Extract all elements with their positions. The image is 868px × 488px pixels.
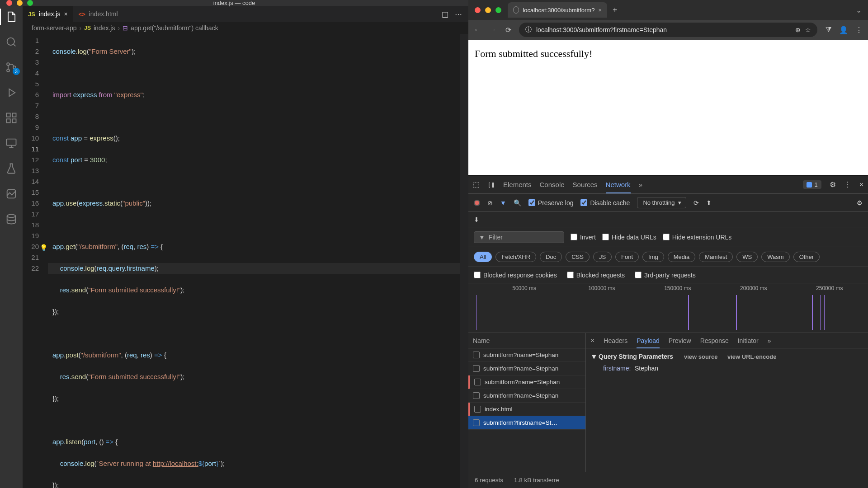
blocked-requests-checkbox[interactable]: Blocked requests	[567, 272, 625, 279]
detail-tab-initiator[interactable]: Initiator	[738, 337, 759, 344]
run-debug-icon[interactable]	[5, 86, 18, 99]
devtools-tab-elements[interactable]: Elements	[503, 181, 532, 188]
new-tab-button[interactable]: +	[607, 5, 623, 15]
blocked-cookies-checkbox[interactable]: Blocked response cookies	[474, 272, 557, 279]
breadcrumb-item[interactable]: index.js	[94, 24, 115, 32]
disable-cache-checkbox[interactable]: Disable cache	[580, 199, 630, 206]
minimize-traffic-light[interactable]	[17, 0, 23, 6]
detail-tab-headers[interactable]: Headers	[604, 337, 627, 344]
request-row[interactable]: submitform?name=Stephan	[468, 348, 585, 362]
search-icon[interactable]: 🔍	[514, 199, 521, 206]
chip-manifest[interactable]: Manifest	[699, 252, 733, 262]
request-row[interactable]: submitform?name=Stephan	[468, 362, 585, 375]
chip-wasm[interactable]: Wasm	[761, 252, 789, 262]
close-traffic-light[interactable]	[6, 0, 12, 6]
detail-tab-more[interactable]: »	[768, 337, 771, 344]
record-button[interactable]	[474, 200, 480, 206]
filter-toggle-icon[interactable]: ▼	[500, 199, 506, 206]
devtools-tab-console[interactable]: Console	[540, 181, 565, 188]
breadcrumb[interactable]: form-server-app › JS index.js › ⊟ app.ge…	[23, 22, 468, 34]
devtools-tab-sources[interactable]: Sources	[573, 181, 598, 188]
inspect-icon[interactable]: ⬚	[473, 180, 480, 189]
chip-doc[interactable]: Doc	[540, 252, 562, 262]
issues-badge[interactable]: 1	[803, 180, 821, 189]
devtools-close-icon[interactable]: ×	[859, 181, 863, 189]
profile-icon[interactable]: 👤	[839, 26, 848, 34]
bookmark-icon[interactable]: ☆	[805, 26, 811, 33]
code-editor[interactable]: 12345678910111213141516171819202122 cons…	[23, 34, 468, 488]
network-settings-icon[interactable]: ⚙	[857, 199, 863, 206]
filter-input[interactable]: ▼Filter	[474, 231, 564, 243]
zoom-traffic-light[interactable]	[27, 0, 33, 6]
close-traffic-light[interactable]	[475, 7, 481, 13]
browser-tab[interactable]: localhost:3000/submitform? ×	[508, 2, 607, 18]
minimize-traffic-light[interactable]	[485, 7, 491, 13]
chip-js[interactable]: JS	[593, 252, 612, 262]
view-url-encoded-link[interactable]: view URL-encode	[727, 353, 776, 360]
back-button[interactable]: ←	[473, 26, 482, 34]
network-timeline[interactable]: 50000 ms 100000 ms 150000 ms 200000 ms 2…	[468, 283, 868, 333]
request-row-selected[interactable]: submitform?firstname=St…	[468, 416, 585, 430]
name-column-header[interactable]: Name	[468, 333, 585, 348]
more-actions-icon[interactable]: ⋯	[455, 10, 462, 19]
request-row[interactable]: index.html	[468, 403, 585, 416]
detail-tab-payload[interactable]: Payload	[637, 337, 660, 348]
tab-index-html[interactable]: <> index.html	[73, 6, 123, 22]
testing-icon[interactable]	[5, 162, 18, 175]
view-source-link[interactable]: view source	[684, 353, 717, 360]
search-icon[interactable]	[5, 36, 18, 48]
database-icon[interactable]	[5, 213, 18, 225]
devtools-menu-icon[interactable]: ⋮	[844, 180, 851, 189]
detail-tab-preview[interactable]: Preview	[669, 337, 691, 344]
reload-button[interactable]: ⟳	[504, 26, 513, 34]
close-icon[interactable]: ×	[64, 10, 67, 18]
devtools-tab-network[interactable]: Network	[606, 181, 631, 193]
chip-fetch[interactable]: Fetch/XHR	[495, 252, 536, 262]
devtools-settings-icon[interactable]: ⚙	[830, 180, 836, 189]
site-info-icon[interactable]: ⓘ	[525, 26, 532, 34]
download-icon[interactable]: ⬇	[474, 216, 479, 223]
minimap[interactable]	[460, 34, 468, 488]
breadcrumb-item[interactable]: app.get("/submitform") callback	[131, 24, 218, 32]
third-party-checkbox[interactable]: 3rd-party requests	[635, 272, 696, 279]
extensions-icon[interactable]: ⧩	[824, 26, 833, 34]
request-row[interactable]: submitform?name=Stephan	[468, 389, 585, 403]
chip-ws[interactable]: WS	[736, 252, 758, 262]
explorer-icon[interactable]	[5, 10, 18, 23]
remote-explorer-icon[interactable]	[5, 137, 18, 150]
chip-img[interactable]: Img	[642, 252, 664, 262]
invert-checkbox[interactable]: Invert	[571, 234, 596, 241]
chip-other[interactable]: Other	[793, 252, 820, 262]
breadcrumb-item[interactable]: form-server-app	[32, 24, 77, 32]
throttling-select[interactable]: No throttling ▾	[637, 197, 686, 208]
clear-button[interactable]: ⊘	[487, 199, 493, 206]
devtools-tab-more[interactable]: »	[639, 181, 642, 188]
import-har-icon[interactable]: ⬆	[706, 199, 712, 206]
chip-css[interactable]: CSS	[566, 252, 590, 262]
close-tab-icon[interactable]: ×	[598, 7, 602, 14]
tab-search-icon[interactable]: ⌄	[856, 6, 868, 14]
zoom-traffic-light[interactable]	[495, 7, 501, 13]
preserve-log-checkbox[interactable]: Preserve log	[528, 199, 574, 206]
address-bar[interactable]: ⓘ localhost:3000/submitform?firstname=St…	[519, 23, 817, 37]
detail-tab-response[interactable]: Response	[700, 337, 729, 344]
query-params-section[interactable]: ▶ Query String Parameters view source vi…	[592, 353, 862, 360]
hide-ext-urls-checkbox[interactable]: Hide extension URLs	[663, 234, 732, 241]
source-control-icon[interactable]: 3	[5, 61, 18, 74]
request-row[interactable]: submitform?name=Stephan	[468, 375, 585, 389]
chip-font[interactable]: Font	[615, 252, 639, 262]
line-gutter: 12345678910111213141516171819202122	[23, 35, 48, 488]
close-detail-icon[interactable]: ×	[590, 337, 594, 345]
tab-index-js[interactable]: JS index.js ×	[23, 6, 73, 22]
zoom-icon[interactable]: ⊕	[795, 26, 801, 33]
chip-media[interactable]: Media	[668, 252, 695, 262]
network-conditions-icon[interactable]: ⟳	[693, 199, 699, 206]
lightbulb-icon[interactable]: 💡	[40, 242, 47, 253]
activity-item-icon[interactable]	[5, 188, 18, 200]
device-toggle-icon[interactable]: ⫿⫿	[488, 181, 495, 189]
chip-all[interactable]: All	[474, 252, 492, 262]
extensions-icon[interactable]	[5, 112, 18, 124]
menu-icon[interactable]: ⋮	[854, 26, 863, 34]
hide-data-urls-checkbox[interactable]: Hide data URLs	[602, 234, 656, 241]
split-editor-icon[interactable]: ◫	[442, 10, 448, 19]
